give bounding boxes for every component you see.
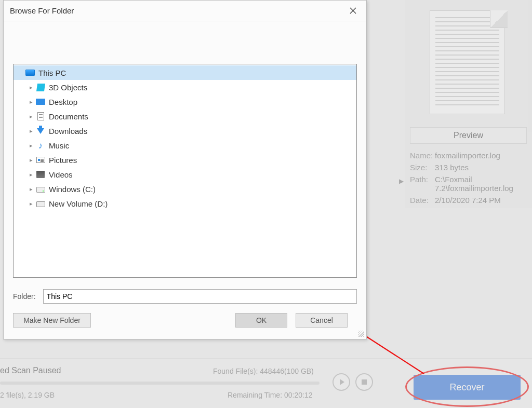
3d-objects-icon [35, 83, 46, 92]
tree-item-label: Pictures [49, 156, 77, 165]
date-value: 2/10/2020 7:24 PM [435, 196, 527, 205]
make-new-folder-button[interactable]: Make New Folder [13, 313, 91, 328]
desktop-icon [35, 97, 46, 106]
chevron-icon[interactable]: ▸ [27, 113, 35, 120]
size-label: Size: [410, 163, 435, 172]
dialog-title: Browse For Folder [10, 6, 74, 15]
browse-folder-dialog: Browse For Folder ▸ This PC ▸ 3D Objects… [3, 0, 367, 339]
scan-status: ed Scan Paused [0, 366, 61, 375]
name-value: foxmailimporter.log [435, 151, 527, 160]
file-thumbnail [430, 10, 508, 117]
panel-expand-icon[interactable]: ▶ [399, 178, 404, 185]
tree-item-label: Documents [49, 112, 88, 121]
music-icon: ♪ [35, 141, 46, 150]
tree-item-label: This PC [38, 69, 66, 77]
progress-bar [0, 382, 320, 385]
tree-item-label: Videos [49, 170, 73, 179]
pc-icon [25, 68, 35, 77]
pictures-icon [35, 155, 46, 165]
chevron-icon[interactable]: ▸ [27, 200, 35, 207]
tree-item-new-volume-d[interactable]: ▸ New Volume (D:) [14, 196, 356, 211]
remaining-time: Remaining Time: 00:20:12 [228, 391, 312, 399]
ok-button[interactable]: OK [235, 313, 287, 328]
drive-icon [35, 184, 46, 194]
folder-label: Folder: [13, 292, 36, 301]
size-value: 313 bytes [435, 163, 527, 172]
chevron-icon[interactable]: ▸ [27, 128, 35, 134]
tree-item-videos[interactable]: ▸ Videos [14, 167, 356, 182]
chevron-icon[interactable]: ▸ [27, 186, 35, 193]
chevron-icon[interactable]: ▸ [27, 171, 35, 178]
found-files: Found File(s): 448446(100 GB) [213, 367, 314, 375]
preview-panel: Preview Name:foxmailimporter.log Size:31… [405, 0, 532, 208]
tree-item-windows-c[interactable]: ▸ Windows (C:) [14, 182, 356, 196]
tree-item-label: Music [49, 141, 69, 150]
tree-item-downloads[interactable]: ▸ Downloads [14, 124, 356, 138]
chevron-icon[interactable]: ▸ [27, 84, 35, 91]
tree-item-this-pc[interactable]: ▸ This PC [14, 65, 356, 80]
tree-item-label: 3D Objects [49, 83, 87, 92]
status-bar: ed Scan Paused Found File(s): 448446(100… [0, 358, 532, 408]
selected-files: 2 file(s), 2.19 GB [0, 391, 55, 399]
close-button[interactable] [341, 3, 364, 19]
date-label: Date: [410, 196, 435, 205]
path-value: C:\Foxmail 7.2\foxmailimporter.log [435, 175, 527, 193]
tree-item-label: Windows (C:) [49, 185, 96, 194]
resize-grip[interactable] [358, 331, 364, 337]
tree-item-label: Desktop [49, 98, 77, 106]
dialog-titlebar[interactable]: Browse For Folder [4, 1, 366, 21]
play-button[interactable] [332, 373, 350, 391]
chevron-icon[interactable]: ▸ [27, 99, 35, 105]
tree-item-label: Downloads [49, 127, 87, 135]
folder-input[interactable] [43, 289, 357, 304]
folder-tree[interactable]: ▸ This PC ▸ 3D Objects ▸ Desktop ▸ Docum… [13, 64, 357, 278]
chevron-icon[interactable]: ▸ [27, 142, 35, 149]
name-label: Name: [410, 151, 435, 160]
tree-item-3d-objects[interactable]: ▸ 3D Objects [14, 80, 356, 94]
cancel-button[interactable]: Cancel [296, 313, 348, 328]
play-icon [340, 379, 344, 385]
page-fold-icon [490, 10, 508, 28]
stop-icon [362, 379, 367, 385]
videos-icon [35, 170, 46, 179]
close-icon [350, 7, 356, 14]
preview-button[interactable]: Preview [410, 127, 527, 144]
tree-item-desktop[interactable]: ▸ Desktop [14, 94, 356, 109]
chevron-icon[interactable]: ▸ [27, 157, 35, 164]
tree-item-pictures[interactable]: ▸ Pictures [14, 153, 356, 167]
tree-item-documents[interactable]: ▸ Documents [14, 109, 356, 124]
hdd-icon [35, 199, 46, 208]
path-label: Path: [410, 175, 435, 193]
download-icon [35, 126, 46, 135]
tree-item-label: New Volume (D:) [49, 199, 108, 208]
document-icon [35, 112, 46, 121]
tree-item-music[interactable]: ▸ ♪ Music [14, 138, 356, 153]
recover-button[interactable]: Recover [414, 375, 521, 400]
stop-button[interactable] [355, 373, 373, 391]
